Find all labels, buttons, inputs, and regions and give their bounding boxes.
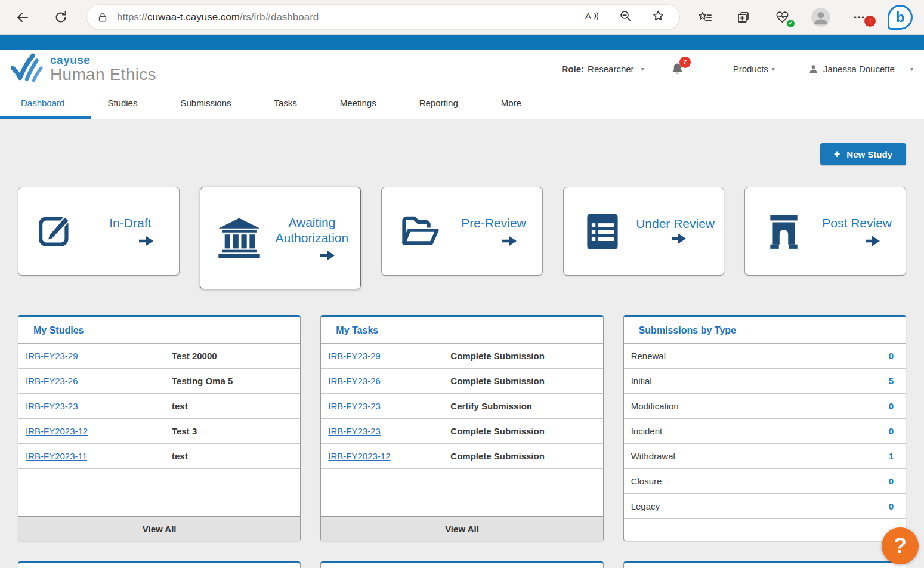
read-aloud-icon[interactable]: A bbox=[585, 9, 599, 26]
table-row: Initial 5 bbox=[624, 369, 906, 394]
card-label: In-Draft bbox=[109, 216, 151, 230]
task-study-link[interactable]: IRB-FY23-23 bbox=[328, 426, 381, 436]
study-link[interactable]: IRB-FY23-26 bbox=[26, 376, 78, 386]
submission-type: Incident bbox=[631, 426, 663, 436]
chevron-down-icon: ▾ bbox=[772, 66, 775, 72]
status-card-pre-review[interactable]: Pre-Review bbox=[381, 187, 543, 276]
zoom-out-icon[interactable] bbox=[619, 9, 632, 25]
tab-submissions[interactable]: Submissions bbox=[180, 98, 231, 108]
add-favorite-star-icon[interactable] bbox=[651, 9, 665, 25]
table-row: Closure 0 bbox=[624, 469, 906, 494]
table-row: IRB-FY23-26 Complete Submission bbox=[321, 369, 602, 394]
tab-more[interactable]: More bbox=[501, 98, 521, 108]
tab-tasks[interactable]: Tasks bbox=[274, 98, 296, 108]
my-tasks-panel: My Tasks IRB-FY23-29 Complete Submission… bbox=[320, 315, 603, 541]
tab-meetings[interactable]: Meetings bbox=[340, 98, 376, 108]
url-scheme: https:// bbox=[117, 11, 147, 23]
status-card-in-draft[interactable]: In-Draft bbox=[18, 187, 180, 276]
task-name: Complete Submission bbox=[450, 451, 545, 461]
role-selector[interactable]: Role: Researcher ▾ bbox=[562, 64, 644, 74]
refresh-icon[interactable] bbox=[50, 7, 72, 28]
status-card-under-review[interactable]: Under Review bbox=[563, 187, 725, 276]
table-row: Withdrawal 1 bbox=[624, 444, 906, 469]
url-text[interactable]: https://cuwaa-t.cayuse.com/rs/irb#dashbo… bbox=[117, 11, 319, 23]
settings-more-icon[interactable]: ••• ↑ bbox=[849, 7, 870, 28]
study-link[interactable]: IRB-FY2023-11 bbox=[26, 451, 87, 461]
task-name: Certify Submission bbox=[450, 401, 532, 411]
view-all-button[interactable]: View All bbox=[18, 516, 300, 541]
card-label: Post Review bbox=[822, 216, 892, 230]
submission-count: 5 bbox=[889, 376, 898, 386]
help-button[interactable]: ? bbox=[882, 527, 919, 564]
arrow-right-icon bbox=[670, 233, 687, 245]
product-name: Human Ethics bbox=[50, 65, 156, 84]
new-study-button[interactable]: + New Study bbox=[820, 143, 906, 165]
study-link[interactable]: IRB-FY23-23 bbox=[26, 401, 78, 411]
notification-count-badge: 7 bbox=[679, 57, 691, 68]
panel-title: My Studies bbox=[18, 317, 300, 344]
lock-icon bbox=[97, 11, 109, 23]
submission-count: 1 bbox=[889, 451, 898, 461]
table-row: IRB-FY23-26 Testing Oma 5 bbox=[18, 369, 300, 394]
svg-text:A: A bbox=[585, 11, 591, 21]
card-label: Pre-Review bbox=[461, 216, 526, 230]
products-menu[interactable]: Products ▾ bbox=[733, 64, 775, 74]
study-name: Test 20000 bbox=[172, 351, 217, 361]
table-row: IRB-FY2023-12 Complete Submission bbox=[321, 444, 602, 469]
browser-essentials-icon[interactable]: ✓ bbox=[771, 7, 793, 28]
table-row: IRB-FY23-29 Test 20000 bbox=[18, 344, 300, 369]
submission-count: 0 bbox=[889, 351, 898, 361]
back-arrow-icon[interactable] bbox=[12, 7, 33, 28]
panel-title: Submissions by Type bbox=[624, 317, 906, 344]
table-row: Renewal 0 bbox=[624, 344, 906, 369]
my-studies-panel: My Studies IRB-FY23-29 Test 20000 IRB-FY… bbox=[18, 315, 301, 541]
status-card-awaiting-authorization[interactable]: Awaiting Authorization bbox=[200, 187, 361, 289]
task-study-link[interactable]: IRB-FY2023-12 bbox=[328, 451, 390, 461]
study-link[interactable]: IRB-FY23-29 bbox=[26, 351, 78, 361]
essentials-check-badge: ✓ bbox=[787, 20, 795, 27]
submission-count: 0 bbox=[889, 401, 898, 411]
edit-square-icon bbox=[26, 212, 89, 251]
submission-type: Withdrawal bbox=[631, 451, 675, 461]
app-header: cayuse Human Ethics Role: Researcher ▾ 7… bbox=[0, 50, 924, 87]
notifications-button[interactable]: 7 bbox=[670, 62, 684, 76]
task-study-link[interactable]: IRB-FY23-29 bbox=[328, 351, 381, 361]
table-row: IRB-FY2023-12 Test 3 bbox=[18, 419, 300, 444]
profile-avatar[interactable] bbox=[810, 7, 832, 28]
study-name: test bbox=[172, 401, 188, 411]
tab-dashboard[interactable]: Dashboard bbox=[21, 98, 64, 108]
study-name: test bbox=[172, 451, 188, 461]
bank-icon bbox=[208, 217, 271, 259]
favorites-bar-icon[interactable] bbox=[694, 7, 715, 28]
table-row: IRB-FY23-23 Certify Submission bbox=[321, 394, 602, 419]
address-bar[interactable]: https://cuwaa-t.cayuse.com/rs/irb#dashbo… bbox=[87, 5, 679, 29]
chevron-down-icon: ▾ bbox=[910, 66, 913, 72]
task-name: Complete Submission bbox=[450, 351, 545, 361]
role-label: Role: bbox=[562, 64, 585, 74]
tab-reporting[interactable]: Reporting bbox=[419, 98, 458, 108]
view-all-button[interactable]: View All bbox=[321, 516, 602, 541]
study-link[interactable]: IRB-FY2023-12 bbox=[26, 426, 88, 436]
expired-studies-panel: Expired Studies bbox=[623, 561, 906, 568]
table-row: IRB-FY2023-11 test bbox=[18, 444, 300, 469]
card-label: Awaiting Authorization bbox=[276, 215, 349, 245]
status-card-post-review[interactable]: Post Review bbox=[744, 187, 906, 276]
task-study-link[interactable]: IRB-FY23-26 bbox=[328, 376, 381, 386]
tab-studies[interactable]: Studies bbox=[107, 98, 137, 108]
plus-icon: + bbox=[834, 148, 840, 160]
arch-icon bbox=[752, 212, 815, 251]
user-menu[interactable]: Janessa Doucette ▾ bbox=[808, 64, 913, 74]
submission-type: Renewal bbox=[631, 351, 666, 361]
approved-studies-panel: Approved Studies bbox=[18, 561, 301, 568]
submission-count: 0 bbox=[889, 501, 898, 511]
user-name: Janessa Doucette bbox=[823, 64, 895, 74]
task-name: Complete Submission bbox=[450, 376, 545, 386]
collections-icon[interactable] bbox=[733, 7, 754, 28]
table-row: IRB-FY23-29 Complete Submission bbox=[321, 344, 602, 369]
copilot-icon[interactable]: b bbox=[888, 5, 913, 30]
panel-title: My Tasks bbox=[321, 317, 602, 344]
role-value: Researcher bbox=[588, 64, 634, 74]
brand-color-band bbox=[0, 35, 924, 50]
task-study-link[interactable]: IRB-FY23-23 bbox=[328, 401, 381, 411]
arrow-right-icon bbox=[864, 235, 880, 247]
